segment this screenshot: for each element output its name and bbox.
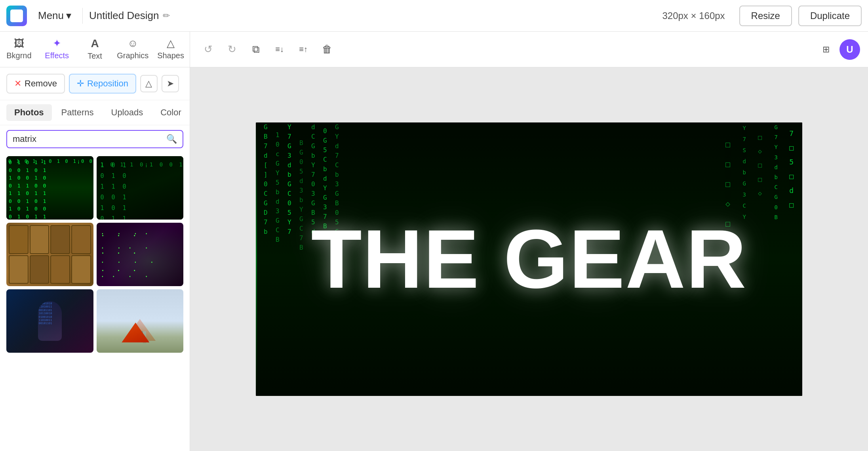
menu-button[interactable]: Menu ▾ xyxy=(33,6,76,25)
tab-text[interactable]: A Text xyxy=(76,32,114,67)
image-grid: 0 1 0 1 10 0 1 0 11 0 0 1 00 1 1 0 01 1 … xyxy=(0,153,190,356)
photo-tab-group: Photos Patterns Uploads Color ☆ xyxy=(0,100,190,125)
second-bar: 🖼 Bkgrnd ✦ Effects A Text ☺ Graphics △ S… xyxy=(0,32,868,67)
arrow-button[interactable]: ➤ xyxy=(162,75,179,92)
edit-title-icon[interactable]: ✏ xyxy=(163,11,170,21)
canvas-title: THE GEAR xyxy=(311,211,747,307)
top-bar: Menu ▾ Untitled Design ✏ 320px × 160px R… xyxy=(0,0,868,32)
tab-shapes-label: Shapes xyxy=(157,51,184,60)
search-wrapper: 🔍 xyxy=(6,130,183,148)
search-row: 🔍 xyxy=(0,125,190,153)
triangle-button[interactable]: △ xyxy=(140,75,158,92)
effects-icon: ✦ xyxy=(53,37,61,50)
layer-down-button[interactable]: ≡↓ xyxy=(269,39,290,60)
tab-uploads[interactable]: Uploads xyxy=(103,104,151,121)
menu-label: Menu xyxy=(38,10,64,22)
reposition-label: Reposition xyxy=(87,78,128,89)
image-thumb-2[interactable]: 1 0 10 1 01 1 00 0 11 0 10 1 11 0 0 xyxy=(97,156,184,220)
undo-button[interactable]: ↺ xyxy=(198,39,219,60)
search-icon[interactable]: 🔍 xyxy=(166,134,177,144)
tab-effects-label: Effects xyxy=(45,51,69,60)
reposition-cross-icon: ✛ xyxy=(77,78,84,89)
design-title-text: Untitled Design xyxy=(89,10,159,22)
tab-color[interactable]: Color xyxy=(152,104,189,121)
bkgrnd-icon: 🖼 xyxy=(14,37,24,50)
resize-button[interactable]: Resize xyxy=(739,6,792,26)
arrow-icon: ➤ xyxy=(167,78,174,89)
image-thumb-5[interactable]: 0100101011010011001011011011001001001010… xyxy=(6,289,93,353)
canvas-text-overlay: THE GEAR xyxy=(256,122,802,396)
sidebar-tab-group: 🖼 Bkgrnd ✦ Effects A Text ☺ Graphics △ S… xyxy=(0,32,190,67)
image-thumb-1[interactable]: 0 1 0 1 10 0 1 0 11 0 0 1 00 1 1 0 01 1 … xyxy=(6,156,93,220)
sidebar: ✕ Remove ✛ Reposition △ ➤ Photos Pattern… xyxy=(0,67,190,451)
reposition-button[interactable]: ✛ Reposition xyxy=(69,74,136,94)
remove-label: Remove xyxy=(25,78,57,89)
tab-effects[interactable]: ✦ Effects xyxy=(38,32,76,67)
magnet-button[interactable]: U xyxy=(839,39,860,60)
tab-photos[interactable]: Photos xyxy=(6,104,52,121)
image-thumb-3[interactable] xyxy=(6,223,93,286)
tab-text-label: Text xyxy=(88,52,102,61)
tab-bkgrnd-label: Bkgrnd xyxy=(6,51,31,60)
graphics-icon: ☺ xyxy=(128,37,138,50)
remove-x-icon: ✕ xyxy=(14,78,21,89)
image-thumb-6[interactable] xyxy=(97,289,184,353)
app-logo[interactable] xyxy=(6,6,27,26)
remove-button[interactable]: ✕ Remove xyxy=(6,74,65,94)
canvas-card: GB7d[]0CGD7b 10cGY5bd3GCB Y7G3dbGC05Y7 B… xyxy=(256,122,802,396)
shapes-icon: △ xyxy=(167,37,175,50)
copy-button[interactable]: ⧉ xyxy=(246,39,266,60)
layer-up-button[interactable]: ≡↑ xyxy=(293,39,314,60)
tab-bkgrnd[interactable]: 🖼 Bkgrnd xyxy=(0,32,38,67)
tab-shapes[interactable]: △ Shapes xyxy=(152,32,190,67)
tab-patterns[interactable]: Patterns xyxy=(53,104,102,121)
design-title-area: Untitled Design ✏ xyxy=(89,10,170,22)
image-thumb-4[interactable]: · · ·· · ·· · ·· · ·· · · xyxy=(97,223,184,286)
canvas-dimensions: 320px × 160px xyxy=(654,10,733,21)
tab-graphics-label: Graphics xyxy=(117,51,148,60)
redo-button[interactable]: ↻ xyxy=(222,39,242,60)
search-input[interactable] xyxy=(13,134,163,144)
duplicate-button[interactable]: Duplicate xyxy=(798,6,862,26)
divider xyxy=(82,8,83,24)
delete-button[interactable]: 🗑 xyxy=(317,39,337,60)
grid-button[interactable]: ⊞ xyxy=(816,39,836,60)
edit-toolbar: ↺ ↻ ⧉ ≡↓ ≡↑ 🗑 ⊞ U xyxy=(190,32,868,67)
tab-graphics[interactable]: ☺ Graphics xyxy=(114,32,152,67)
triangle-icon: △ xyxy=(145,78,152,89)
main-area: ✕ Remove ✛ Reposition △ ➤ Photos Pattern… xyxy=(0,67,868,451)
canvas-area: GB7d[]0CGD7b 10cGY5bd3GCB Y7G3dbGC05Y7 B… xyxy=(190,67,868,451)
action-row: ✕ Remove ✛ Reposition △ ➤ xyxy=(0,67,190,100)
menu-arrow-icon: ▾ xyxy=(66,10,71,22)
text-icon: A xyxy=(91,37,99,50)
